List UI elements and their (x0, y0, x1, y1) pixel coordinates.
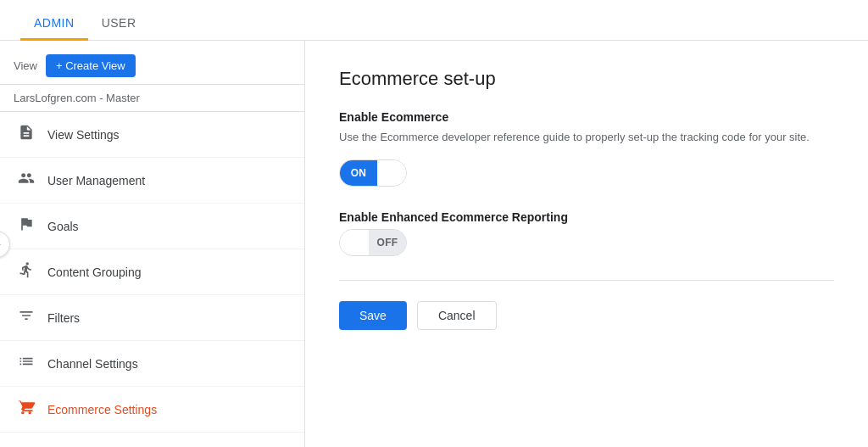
enable-enhanced-section: Enable Enhanced Ecommerce Reporting OFF (339, 210, 834, 256)
main-layout: View + Create View LarsLofgren.com - Mas… (0, 41, 868, 447)
content-area: Ecommerce set-up Enable Ecommerce Use th… (305, 41, 868, 447)
sidebar-item-goals[interactable]: Goals (0, 204, 304, 249)
sidebar-item-label: User Management (47, 174, 287, 187)
sidebar-item-filters[interactable]: Filters (0, 295, 304, 341)
sidebar-item-label: View Settings (47, 128, 287, 142)
toggle-on-part (340, 230, 369, 255)
enable-enhanced-title: Enable Enhanced Ecommerce Reporting (339, 210, 834, 224)
sidebar-item-ecommerce-settings[interactable]: Ecommerce Settings (0, 387, 304, 433)
sidebar-item-label: Goals (47, 220, 287, 233)
channel-settings-icon (17, 353, 36, 374)
sidebar-header: View + Create View (0, 41, 304, 85)
save-button[interactable]: Save (339, 301, 407, 330)
account-name: LarsLofgren.com - Master (0, 85, 304, 112)
ecommerce-toggle-wrapper: ON (339, 159, 834, 187)
sidebar-item-user-management[interactable]: User Management (0, 158, 304, 204)
goals-icon (17, 215, 36, 237)
tab-user[interactable]: USER (88, 6, 150, 41)
enable-ecommerce-desc: Use the Ecommerce developer reference gu… (339, 129, 834, 146)
create-view-button[interactable]: + Create View (46, 54, 136, 77)
sidebar: View + Create View LarsLofgren.com - Mas… (0, 41, 305, 447)
ecommerce-toggle[interactable]: ON (339, 159, 407, 187)
sidebar-item-channel-settings[interactable]: Channel Settings (0, 341, 304, 387)
view-label: View (14, 59, 37, 72)
ecommerce-settings-icon (17, 399, 36, 420)
sidebar-item-label: Ecommerce Settings (47, 403, 287, 416)
cancel-button[interactable]: Cancel (417, 301, 497, 330)
toggle-off-label: OFF (369, 230, 406, 255)
sidebar-item-label: Filters (47, 311, 287, 325)
top-nav: ADMIN USER (0, 0, 868, 41)
user-management-icon (17, 170, 36, 191)
filters-icon (17, 307, 36, 328)
content-grouping-icon (17, 261, 36, 282)
toggle-off-part (377, 160, 406, 186)
toggle-on-label: ON (340, 160, 377, 186)
enhanced-toggle-wrapper: OFF (339, 229, 834, 256)
action-buttons: Save Cancel (339, 301, 834, 330)
divider (339, 280, 834, 281)
page-title: Ecommerce set-up (339, 68, 834, 90)
back-icon: ← (0, 237, 3, 252)
enhanced-toggle[interactable]: OFF (339, 229, 407, 256)
sidebar-item-label: Channel Settings (47, 357, 287, 371)
sidebar-item-view-settings[interactable]: View Settings (0, 112, 304, 158)
enable-ecommerce-title: Enable Ecommerce (339, 110, 834, 124)
sidebar-item-content-grouping[interactable]: Content Grouping (0, 249, 304, 295)
sidebar-item-label: Content Grouping (47, 265, 287, 279)
nav-items: View Settings User Management Goals (0, 112, 304, 447)
enable-ecommerce-section: Enable Ecommerce Use the Ecommerce devel… (339, 110, 834, 187)
view-settings-icon (17, 124, 36, 145)
tab-admin[interactable]: ADMIN (20, 6, 88, 41)
